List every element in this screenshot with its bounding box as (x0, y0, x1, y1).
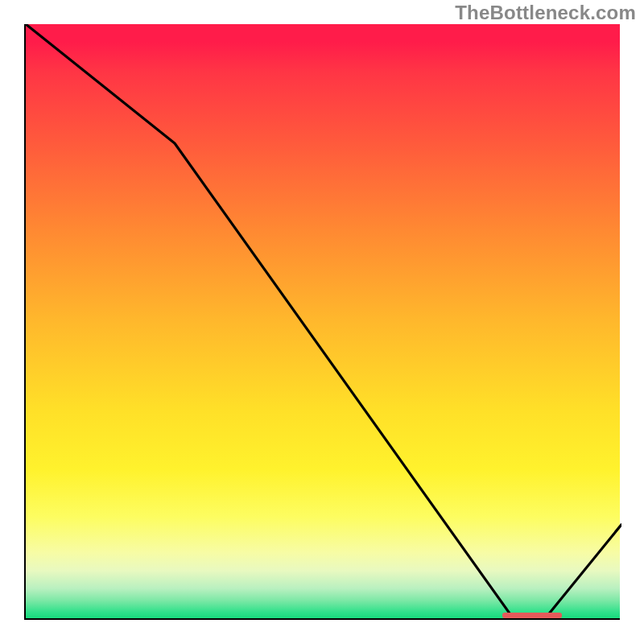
watermark-text: TheBottleneck.com (455, 2, 636, 24)
chart-container: TheBottleneck.com (0, 0, 644, 644)
bottleneck-curve (26, 24, 621, 620)
plot-area (24, 24, 620, 620)
optimal-range-marker (502, 613, 562, 618)
